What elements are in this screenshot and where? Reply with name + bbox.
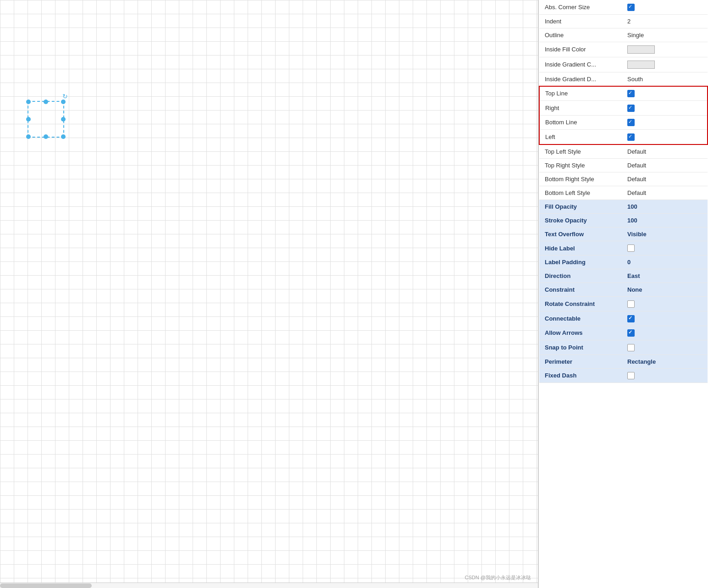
prop-label-fill-opacity: Fill Opacity [539, 200, 622, 213]
prop-row-bottom-left-style: Bottom Left StyleDefault [539, 186, 708, 200]
properties-table: Abs. Corner SizeIndent2OutlineSingleInsi… [539, 0, 708, 383]
prop-label-rotate-constraint: Rotate Constraint [539, 297, 622, 311]
shape-container[interactable]: ↻ [28, 101, 64, 138]
prop-label-hide-label: Hide Label [539, 241, 622, 255]
prop-label-constraint: Constraint [539, 283, 622, 297]
prop-label-fixed-dash: Fixed Dash [539, 368, 622, 383]
prop-value-bottom-left-style: Default [622, 186, 708, 200]
prop-label-inside-gradient-d: Inside Gradient D... [539, 72, 622, 86]
prop-row-rotate-constraint: Rotate Constraint [539, 297, 708, 311]
prop-row-fill-opacity: Fill Opacity100 [539, 200, 708, 213]
prop-row-indent: Indent2 [539, 14, 708, 28]
canvas-scrollbar-h[interactable] [0, 582, 538, 588]
prop-label-bottom-left-style: Bottom Left Style [539, 186, 622, 200]
prop-value-abs-corner-size[interactable] [622, 0, 708, 14]
prop-row-right: Right [539, 101, 708, 116]
prop-row-top-right-style: Top Right StyleDefault [539, 158, 708, 172]
checkbox-hide-label[interactable] [627, 244, 635, 252]
prop-label-top-line: Top Line [539, 86, 622, 101]
prop-value-inside-gradient-d: South [622, 72, 708, 86]
prop-label-outline: Outline [539, 28, 622, 42]
prop-label-snap-to-point: Snap to Point [539, 340, 622, 355]
prop-value-stroke-opacity: 100 [622, 213, 708, 227]
prop-value-rotate-constraint[interactable] [622, 297, 708, 311]
checkbox-top-line[interactable] [627, 90, 635, 97]
prop-value-top-left-style: Default [622, 144, 708, 159]
prop-row-inside-fill-color: Inside Fill Color [539, 42, 708, 57]
rotate-handle[interactable]: ↻ [62, 93, 68, 100]
handle-br[interactable] [61, 134, 66, 139]
handle-ml[interactable] [26, 117, 31, 122]
prop-row-top-line: Top Line [539, 86, 708, 101]
prop-label-indent: Indent [539, 14, 622, 28]
prop-value-inside-fill-color[interactable] [622, 42, 708, 57]
prop-value-bottom-line[interactable] [622, 115, 708, 130]
right-panel: Abs. Corner SizeIndent2OutlineSingleInsi… [538, 0, 708, 588]
prop-value-text-overflow: Visible [622, 227, 708, 241]
prop-label-stroke-opacity: Stroke Opacity [539, 213, 622, 227]
prop-label-allow-arrows: Allow Arrows [539, 326, 622, 340]
checkbox-allow-arrows[interactable] [627, 329, 635, 337]
prop-label-text-overflow: Text Overflow [539, 227, 622, 241]
checkbox-right[interactable] [627, 105, 635, 112]
checkbox-snap-to-point[interactable] [627, 344, 635, 351]
prop-label-right: Right [539, 101, 622, 116]
prop-row-bottom-line: Bottom Line [539, 115, 708, 130]
handle-tl[interactable] [26, 100, 31, 104]
prop-label-bottom-line: Bottom Line [539, 115, 622, 130]
prop-value-allow-arrows[interactable] [622, 326, 708, 340]
prop-row-fixed-dash: Fixed Dash [539, 368, 708, 383]
prop-row-abs-corner-size: Abs. Corner Size [539, 0, 708, 14]
prop-value-snap-to-point[interactable] [622, 340, 708, 355]
handle-tr[interactable] [61, 100, 66, 104]
prop-label-label-padding: Label Padding [539, 255, 622, 269]
prop-row-left: Left [539, 130, 708, 144]
prop-value-top-line[interactable] [622, 86, 708, 101]
handle-bm[interactable] [44, 134, 48, 139]
checkbox-bottom-line[interactable] [627, 119, 635, 126]
prop-row-perimeter: PerimeterRectangle [539, 355, 708, 368]
prop-row-inside-gradient-c: Inside Gradient C... [539, 57, 708, 72]
prop-row-top-left-style: Top Left StyleDefault [539, 144, 708, 159]
checkbox-rotate-constraint[interactable] [627, 300, 635, 308]
prop-value-indent: 2 [622, 14, 708, 28]
prop-value-constraint: None [622, 283, 708, 297]
swatch-inside-fill-color[interactable] [627, 45, 655, 54]
prop-row-allow-arrows: Allow Arrows [539, 326, 708, 340]
prop-value-inside-gradient-c[interactable] [622, 57, 708, 72]
canvas-scrollbar-h-thumb[interactable] [0, 583, 92, 588]
prop-value-connectable[interactable] [622, 311, 708, 326]
prop-row-inside-gradient-d: Inside Gradient D...South [539, 72, 708, 86]
prop-label-connectable: Connectable [539, 311, 622, 326]
prop-row-direction: DirectionEast [539, 269, 708, 283]
checkbox-fixed-dash[interactable] [627, 372, 635, 379]
prop-label-abs-corner-size: Abs. Corner Size [539, 0, 622, 14]
handle-tm[interactable] [44, 100, 48, 104]
checkbox-connectable[interactable] [627, 315, 635, 322]
prop-row-outline: OutlineSingle [539, 28, 708, 42]
prop-label-inside-gradient-c: Inside Gradient C... [539, 57, 622, 72]
shape-box[interactable]: ↻ [28, 101, 64, 138]
prop-value-hide-label[interactable] [622, 241, 708, 255]
prop-row-bottom-right-style: Bottom Right StyleDefault [539, 172, 708, 186]
prop-value-bottom-right-style: Default [622, 172, 708, 186]
handle-mr[interactable] [61, 117, 66, 122]
handle-bl[interactable] [26, 134, 31, 139]
prop-row-snap-to-point: Snap to Point [539, 340, 708, 355]
checkbox-left[interactable] [627, 133, 635, 141]
canvas-area[interactable]: ↻ CSDN @我的小永远是冰冰哒 [0, 0, 538, 588]
prop-row-stroke-opacity: Stroke Opacity100 [539, 213, 708, 227]
prop-value-perimeter: Rectangle [622, 355, 708, 368]
prop-value-label-padding: 0 [622, 255, 708, 269]
prop-value-fixed-dash[interactable] [622, 368, 708, 383]
checkbox-abs-corner-size[interactable] [627, 4, 635, 11]
prop-row-constraint: ConstraintNone [539, 283, 708, 297]
swatch-inside-gradient-c[interactable] [627, 61, 655, 69]
prop-row-text-overflow: Text OverflowVisible [539, 227, 708, 241]
canvas-grid [0, 0, 538, 588]
prop-value-left[interactable] [622, 130, 708, 144]
prop-label-inside-fill-color: Inside Fill Color [539, 42, 622, 57]
prop-row-hide-label: Hide Label [539, 241, 708, 255]
prop-value-right[interactable] [622, 101, 708, 116]
prop-label-left: Left [539, 130, 622, 144]
